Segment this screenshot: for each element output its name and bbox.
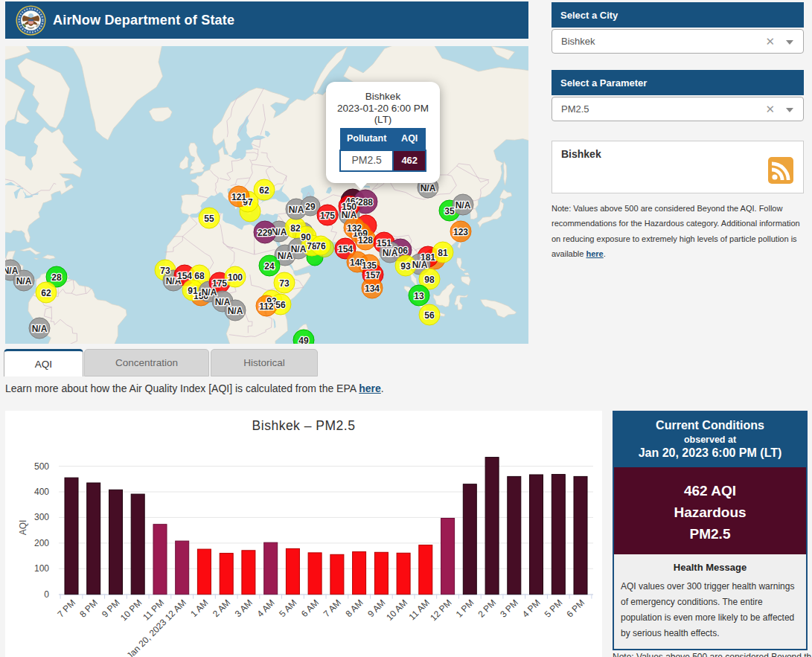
- svg-text:62: 62: [259, 185, 269, 196]
- svg-text:123: 123: [453, 227, 468, 237]
- svg-text:N/A: N/A: [421, 183, 436, 193]
- svg-text:11 AM: 11 AM: [407, 597, 432, 622]
- svg-text:0: 0: [44, 589, 49, 600]
- svg-text:400: 400: [34, 487, 49, 497]
- svg-text:7 PM: 7 PM: [55, 597, 77, 620]
- svg-text:2 PM: 2 PM: [476, 597, 499, 620]
- svg-text:3 AM: 3 AM: [233, 597, 255, 619]
- svg-text:229: 229: [258, 228, 272, 238]
- svg-text:81: 81: [438, 248, 448, 258]
- svg-text:55: 55: [204, 214, 214, 224]
- svg-text:100: 100: [34, 563, 49, 574]
- svg-text:56: 56: [424, 310, 435, 321]
- svg-text:1 PM: 1 PM: [454, 597, 476, 620]
- svg-text:35: 35: [444, 206, 455, 217]
- svg-text:200: 200: [34, 538, 49, 548]
- svg-text:56: 56: [275, 300, 286, 310]
- svg-text:6 PM: 6 PM: [564, 597, 586, 620]
- svg-text:5 AM: 5 AM: [277, 597, 298, 619]
- svg-text:3 PM: 3 PM: [498, 597, 520, 620]
- svg-text:73: 73: [160, 266, 170, 276]
- svg-text:134: 134: [365, 283, 380, 294]
- svg-text:N/A: N/A: [5, 266, 19, 276]
- svg-text:98: 98: [424, 275, 435, 285]
- svg-text:N/A: N/A: [228, 306, 243, 316]
- svg-text:154: 154: [338, 244, 353, 254]
- svg-text:10 AM: 10 AM: [384, 597, 409, 623]
- svg-text:154: 154: [177, 271, 192, 281]
- svg-text:175: 175: [212, 278, 227, 289]
- svg-text:73: 73: [279, 278, 290, 289]
- svg-text:300: 300: [34, 512, 49, 522]
- svg-text:68: 68: [194, 271, 205, 281]
- svg-text:1 AM: 1 AM: [188, 597, 210, 619]
- svg-text:93: 93: [400, 261, 411, 272]
- svg-text:4 PM: 4 PM: [520, 597, 543, 620]
- svg-text:29: 29: [305, 202, 316, 212]
- svg-text:N/A: N/A: [272, 227, 287, 237]
- svg-text:128: 128: [358, 235, 373, 246]
- svg-text:N/A: N/A: [455, 200, 471, 211]
- svg-text:132: 132: [347, 223, 362, 234]
- svg-text:76: 76: [316, 241, 326, 251]
- svg-text:8 PM: 8 PM: [77, 597, 100, 620]
- svg-text:175: 175: [320, 211, 335, 221]
- svg-text:12 PM: 12 PM: [428, 597, 453, 623]
- svg-text:N/A: N/A: [32, 324, 48, 334]
- svg-text:N/A: N/A: [202, 287, 217, 298]
- svg-text:500: 500: [34, 461, 49, 472]
- svg-text:2 AM: 2 AM: [211, 597, 232, 619]
- svg-text:49: 49: [298, 336, 309, 344]
- svg-text:157: 157: [365, 270, 380, 281]
- svg-text:24: 24: [264, 261, 275, 272]
- svg-text:N/A: N/A: [383, 248, 398, 258]
- svg-text:28: 28: [51, 272, 62, 283]
- svg-text:62: 62: [41, 288, 51, 298]
- svg-text:N/A: N/A: [289, 205, 304, 215]
- svg-text:N/A: N/A: [291, 244, 307, 254]
- svg-text:100: 100: [228, 272, 243, 283]
- svg-text:135: 135: [362, 260, 377, 271]
- svg-text:82: 82: [290, 223, 301, 234]
- svg-text:5 PM: 5 PM: [543, 597, 565, 620]
- svg-text:N/A: N/A: [16, 276, 32, 286]
- svg-text:N/A: N/A: [412, 260, 428, 270]
- svg-text:112: 112: [259, 301, 274, 312]
- svg-text:150: 150: [342, 202, 357, 212]
- svg-text:288: 288: [358, 197, 373, 208]
- svg-text:6 AM: 6 AM: [299, 597, 321, 619]
- svg-text:7 AM: 7 AM: [322, 597, 343, 619]
- svg-text:151: 151: [377, 238, 391, 249]
- svg-text:8 AM: 8 AM: [343, 597, 365, 619]
- svg-text:91: 91: [188, 286, 198, 296]
- svg-text:10 PM: 10 PM: [118, 597, 144, 623]
- svg-text:121: 121: [231, 192, 246, 202]
- svg-text:4 AM: 4 AM: [255, 597, 277, 619]
- svg-text:13: 13: [414, 291, 424, 301]
